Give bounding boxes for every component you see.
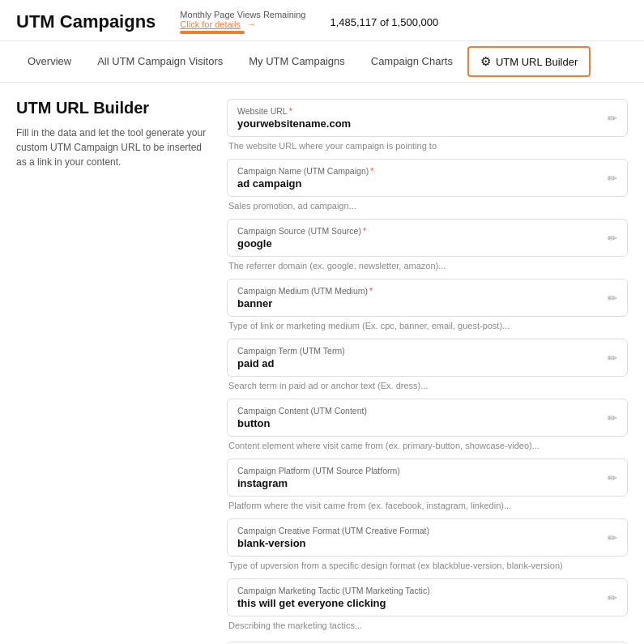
field-label-campaign-content: Campaign Content (UTM Content) [237, 406, 601, 416]
field-hint-campaign-content: Content element where visit came from (e… [227, 437, 628, 455]
field-group-campaign-name: Campaign Name (UTM Campaign)* ad campaig… [227, 159, 628, 215]
edit-icon-website-url[interactable]: ✏ [608, 112, 617, 125]
field-value-campaign-content: button [237, 417, 601, 429]
field-group-campaign-platform: Campaign Platform (UTM Source Platform) … [227, 458, 628, 515]
nav-item-all-utm[interactable]: All UTM Campaign Visitors [86, 45, 234, 79]
required-marker: * [289, 106, 292, 116]
field-hint-campaign-source: The referrer domain (ex. google, newslet… [227, 257, 628, 275]
field-inner-website-url: Website URL* yourwebsitename.com [237, 106, 601, 130]
field-hint-campaign-tactic: Describing the marketing tactics... [227, 616, 628, 635]
edit-icon-campaign-source[interactable]: ✏ [608, 232, 617, 245]
field-value-campaign-tactic: this will get everyone clicking [237, 597, 601, 609]
field-box-campaign-medium[interactable]: Campaign Medium (UTM Medium)* banner ✏ [227, 279, 628, 317]
main-content: UTM URL Builder Fill in the data and let… [0, 83, 644, 644]
field-value-campaign-term: paid ad [237, 357, 601, 369]
field-hint-campaign-creative: Type of upversion from a specific design… [227, 557, 628, 575]
field-label-campaign-tactic: Campaign Marketing Tactic (UTM Marketing… [237, 586, 601, 595]
nav-item-builder-label: UTM URL Builder [496, 56, 578, 68]
field-box-website-url[interactable]: Website URL* yourwebsitename.com ✏ [227, 99, 628, 137]
page-description: Fill in the data and let the tool genera… [16, 126, 211, 169]
page-title: UTM URL Builder [16, 99, 211, 117]
field-label-campaign-creative: Campaign Creative Format (UTM Creative F… [237, 526, 601, 535]
field-box-campaign-source[interactable]: Campaign Source (UTM Source)* google ✏ [227, 219, 628, 257]
field-group-campaign-medium: Campaign Medium (UTM Medium)* banner ✏ T… [227, 279, 628, 335]
builder-nav-icon: ⚙ [480, 54, 491, 69]
stats-label: Monthly Page Views Remaining [180, 10, 305, 19]
app-title: UTM Campaigns [16, 11, 156, 32]
edit-icon-campaign-content[interactable]: ✏ [608, 412, 617, 424]
field-inner-campaign-term: Campaign Term (UTM Term) paid ad [237, 346, 601, 369]
field-group-campaign-term: Campaign Term (UTM Term) paid ad ✏ Searc… [227, 339, 628, 395]
field-box-campaign-platform[interactable]: Campaign Platform (UTM Source Platform) … [227, 458, 628, 497]
field-inner-campaign-name: Campaign Name (UTM Campaign)* ad campaig… [237, 166, 601, 190]
nav-item-builder[interactable]: ⚙ UTM URL Builder [467, 46, 591, 77]
field-value-campaign-platform: instagram [237, 477, 601, 489]
header-stats: Monthly Page Views Remaining Click for d… [180, 10, 305, 34]
field-group-campaign-tactic: Campaign Marketing Tactic (UTM Marketing… [227, 578, 628, 635]
edit-icon-campaign-name[interactable]: ✏ [608, 172, 617, 185]
field-box-campaign-creative[interactable]: Campaign Creative Format (UTM Creative F… [227, 518, 628, 557]
field-hint-campaign-platform: Platform where the visit came from (ex. … [227, 497, 628, 515]
field-hint-campaign-medium: Type of link or marketing medium (Ex. cp… [227, 317, 628, 335]
field-label-website-url: Website URL* [237, 106, 601, 116]
field-inner-campaign-tactic: Campaign Marketing Tactic (UTM Marketing… [237, 586, 601, 609]
stats-link-arrow: → [247, 19, 256, 29]
stats-link[interactable]: Click for details [180, 19, 241, 29]
field-inner-campaign-medium: Campaign Medium (UTM Medium)* banner [237, 286, 601, 309]
field-hint-campaign-name: Sales promotion, ad campaign... [227, 197, 628, 215]
field-box-campaign-tactic[interactable]: Campaign Marketing Tactic (UTM Marketing… [227, 578, 628, 616]
field-value-campaign-medium: banner [237, 297, 601, 309]
field-hint-website-url: The website URL where your campaign is p… [227, 137, 628, 156]
field-hint-campaign-term: Search term in paid ad or anchor text (E… [227, 377, 628, 395]
field-value-website-url: yourwebsitename.com [237, 117, 601, 130]
field-group-campaign-creative: Campaign Creative Format (UTM Creative F… [227, 518, 628, 575]
field-group-website-url: Website URL* yourwebsitename.com ✏ The w… [227, 99, 628, 156]
field-inner-campaign-source: Campaign Source (UTM Source)* google [237, 226, 601, 249]
field-value-campaign-source: google [237, 237, 601, 249]
field-label-campaign-term: Campaign Term (UTM Term) [237, 346, 601, 356]
header: UTM Campaigns Monthly Page Views Remaini… [0, 0, 644, 41]
field-label-campaign-medium: Campaign Medium (UTM Medium)* [237, 286, 601, 296]
progress-bar [180, 31, 245, 34]
field-box-campaign-name[interactable]: Campaign Name (UTM Campaign)* ad campaig… [227, 159, 628, 197]
field-label-campaign-name: Campaign Name (UTM Campaign)* [237, 166, 601, 176]
nav-item-charts[interactable]: Campaign Charts [360, 45, 464, 79]
main-nav: Overview All UTM Campaign Visitors My UT… [0, 41, 644, 83]
field-label-campaign-source: Campaign Source (UTM Source)* [237, 226, 601, 236]
right-panel: Website URL* yourwebsitename.com ✏ The w… [227, 99, 628, 644]
field-value-campaign-name: ad campaign [237, 177, 601, 190]
field-value-campaign-creative: blank-version [237, 537, 601, 549]
edit-icon-campaign-tactic[interactable]: ✏ [608, 591, 617, 604]
field-inner-campaign-creative: Campaign Creative Format (UTM Creative F… [237, 526, 601, 549]
edit-icon-campaign-creative[interactable]: ✏ [608, 531, 617, 544]
nav-item-overview[interactable]: Overview [16, 45, 83, 79]
field-box-campaign-term[interactable]: Campaign Term (UTM Term) paid ad ✏ [227, 339, 628, 377]
nav-item-my-utm[interactable]: My UTM Campaigns [237, 45, 356, 79]
edit-icon-campaign-platform[interactable]: ✏ [608, 471, 617, 484]
field-inner-campaign-content: Campaign Content (UTM Content) button [237, 406, 601, 429]
edit-icon-campaign-term[interactable]: ✏ [608, 352, 617, 365]
field-group-campaign-source: Campaign Source (UTM Source)* google ✏ T… [227, 219, 628, 275]
field-group-campaign-content: Campaign Content (UTM Content) button ✏ … [227, 399, 628, 455]
stats-value: 1,485,117 of 1,500,000 [330, 16, 438, 28]
left-panel: UTM URL Builder Fill in the data and let… [16, 99, 211, 644]
edit-icon-campaign-medium[interactable]: ✏ [608, 292, 617, 305]
field-box-campaign-content[interactable]: Campaign Content (UTM Content) button ✏ [227, 399, 628, 437]
field-label-campaign-platform: Campaign Platform (UTM Source Platform) [237, 466, 601, 476]
progress-bar-fill [180, 31, 244, 34]
field-inner-campaign-platform: Campaign Platform (UTM Source Platform) … [237, 466, 601, 489]
